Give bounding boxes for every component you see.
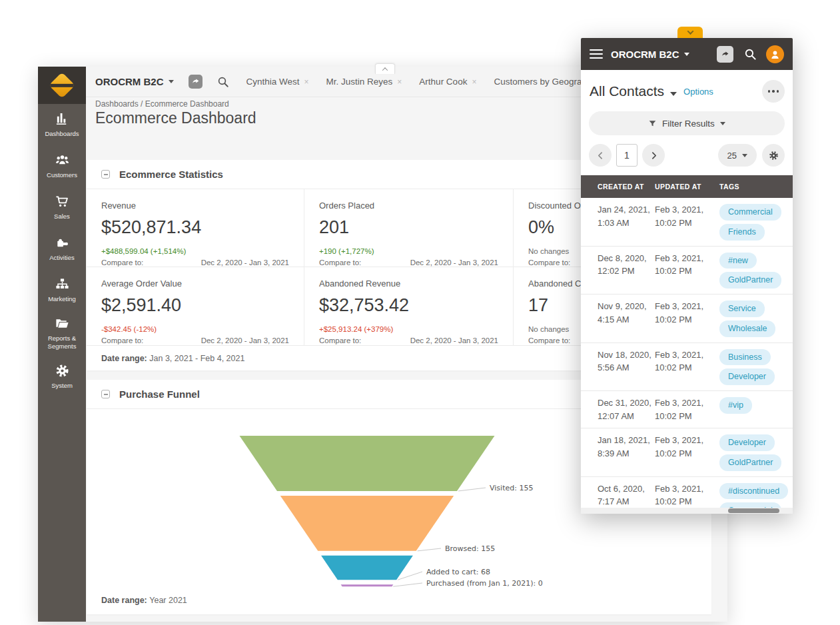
oro-logo-icon bbox=[49, 72, 75, 99]
column-header-updated-at[interactable]: UPDATED AT bbox=[655, 183, 719, 191]
tag-pill[interactable]: #discontinued bbox=[719, 483, 788, 500]
close-icon[interactable]: × bbox=[472, 77, 476, 87]
funnel-segment-1[interactable] bbox=[280, 496, 454, 551]
updated-at-cell: Feb 3, 2021, 10:02 PM bbox=[655, 434, 719, 471]
filter-results-dropdown[interactable]: Filter Results bbox=[589, 111, 785, 135]
chevron-down-icon bbox=[670, 92, 677, 96]
tag-pill[interactable]: Commercial bbox=[719, 204, 781, 221]
sidebar-item-marketing[interactable]: Marketing bbox=[38, 269, 86, 311]
date-range-label: Date range: bbox=[101, 596, 149, 605]
org-switcher-dropdown[interactable]: OROCRM B2C bbox=[95, 76, 174, 87]
tag-pill[interactable]: #vip bbox=[719, 397, 752, 414]
column-header-tags[interactable]: TAGS bbox=[719, 183, 793, 191]
sidebar-item-activities[interactable]: Activities bbox=[38, 228, 86, 269]
chevron-left-icon bbox=[596, 151, 605, 160]
bar-chart-icon bbox=[55, 111, 70, 127]
chevron-right-icon bbox=[649, 151, 658, 160]
stat-cell-abandoned-revenue: Abandoned Revenue$32,753.42+$25,913.24 (… bbox=[304, 267, 514, 345]
grid-settings-button[interactable] bbox=[762, 144, 785, 167]
org-switcher-label: OROCRM B2C bbox=[611, 49, 679, 60]
tag-pill[interactable]: GoldPartner bbox=[719, 272, 781, 289]
table-row[interactable]: Nov 18, 2020, 5:56 AMFeb 3, 2021, 10:02 … bbox=[581, 343, 793, 392]
share-button[interactable] bbox=[717, 46, 733, 63]
created-at-cell: Dec 31, 2020, 12:07 AM bbox=[598, 396, 655, 422]
stat-cell-average-order-value: Average Order Value$2,591.40-$342.45 (-1… bbox=[87, 267, 304, 345]
user-avatar[interactable] bbox=[766, 45, 784, 63]
next-page-button[interactable] bbox=[642, 144, 665, 167]
gear-icon bbox=[768, 150, 779, 161]
compare-label: Compare to: bbox=[528, 336, 570, 344]
page-number-input[interactable]: 1 bbox=[616, 144, 637, 167]
table-row[interactable]: Jan 24, 2021, 1:03 AMFeb 3, 2021, 10:02 … bbox=[581, 198, 793, 247]
pinbar-collapse-tab[interactable] bbox=[375, 63, 395, 74]
sidebar-item-dashboards[interactable]: Dashboards bbox=[38, 104, 86, 145]
tags-cell: BusinessDeveloper bbox=[719, 348, 793, 386]
search-icon bbox=[217, 76, 229, 88]
search-button[interactable] bbox=[744, 48, 757, 61]
compare-period: Dec 2, 2020 - Jan 3, 2021 bbox=[201, 259, 289, 267]
tag-pill[interactable]: Developer bbox=[719, 434, 775, 451]
table-row[interactable]: Dec 8, 2020, 12:02 PMFeb 3, 2021, 10:02 … bbox=[581, 247, 793, 295]
compare-label: Compare to: bbox=[528, 259, 570, 267]
tag-pill[interactable]: Friends bbox=[719, 224, 765, 241]
sidebar-item-customers[interactable]: Customers bbox=[38, 145, 86, 187]
created-at-cell: Nov 9, 2020, 4:15 AM bbox=[598, 300, 655, 337]
options-link[interactable]: Options bbox=[683, 87, 713, 97]
pinbar-tab[interactable]: Mr. Justin Reyes× bbox=[326, 77, 402, 87]
share-button[interactable] bbox=[189, 75, 203, 89]
prev-page-button[interactable] bbox=[589, 144, 612, 167]
tag-pill[interactable]: Developer bbox=[719, 368, 775, 385]
app-logo[interactable] bbox=[38, 67, 86, 104]
sidebar-item-system[interactable]: System bbox=[38, 356, 86, 397]
horizontal-scrollbar-thumb[interactable] bbox=[728, 508, 779, 513]
funnel-segment-2[interactable] bbox=[321, 556, 413, 580]
menu-button[interactable] bbox=[590, 49, 603, 59]
sidebar-item-sales[interactable]: Sales bbox=[38, 187, 86, 228]
created-at-cell: Nov 18, 2020, 5:56 AM bbox=[598, 348, 655, 386]
tag-pill[interactable]: GoldPartner bbox=[719, 454, 781, 471]
column-header-created-at[interactable]: CREATED AT bbox=[598, 183, 655, 191]
compare-label: Compare to: bbox=[319, 259, 361, 267]
created-at-cell: Jan 24, 2021, 1:03 AM bbox=[598, 203, 655, 241]
table-row[interactable]: Jan 18, 2021, 8:39 AMFeb 3, 2021, 10:02 … bbox=[581, 428, 793, 477]
funnel-label: Purchased (from Jan 1, 2021): 0 bbox=[426, 579, 543, 588]
tags-cell: CommercialFriends bbox=[719, 203, 793, 241]
funnel-segment-3[interactable] bbox=[341, 584, 394, 586]
chevron-down-icon bbox=[687, 28, 693, 35]
close-icon[interactable]: × bbox=[304, 77, 309, 87]
sidebar-item-reports-segments[interactable]: Reports & Segments bbox=[38, 311, 86, 356]
org-switcher-dropdown[interactable]: OROCRM B2C bbox=[611, 49, 689, 60]
tag-pill[interactable]: #new bbox=[719, 253, 757, 269]
tag-pill[interactable]: Wholesale bbox=[719, 320, 775, 337]
grid-view-dropdown[interactable]: All Contacts bbox=[590, 83, 677, 99]
close-icon[interactable]: × bbox=[397, 77, 402, 87]
updated-at-cell: Feb 3, 2021, 10:02 PM bbox=[655, 300, 719, 337]
stat-label: Abandoned Revenue bbox=[319, 279, 498, 289]
funnel-segment-0[interactable] bbox=[240, 436, 495, 491]
collapse-icon[interactable] bbox=[101, 390, 110, 398]
per-page-dropdown[interactable]: 25 bbox=[718, 144, 757, 167]
org-switcher-label: OROCRM B2C bbox=[95, 76, 164, 87]
more-actions-button[interactable] bbox=[762, 80, 785, 103]
stat-value: 201 bbox=[319, 217, 498, 238]
pinbar-tab[interactable]: Arthur Cook× bbox=[419, 77, 476, 87]
table-row[interactable]: Dec 31, 2020, 12:07 AMFeb 3, 2021, 10:02… bbox=[581, 391, 793, 428]
chevron-up-icon bbox=[382, 67, 388, 73]
compare-period: Dec 2, 2020 - Jan 3, 2021 bbox=[410, 336, 498, 344]
puzzle-icon bbox=[55, 235, 70, 251]
tag-pill[interactable]: Service bbox=[719, 301, 765, 317]
funnel-widget-title: Purchase Funnel bbox=[119, 388, 200, 400]
table-row[interactable]: Nov 9, 2020, 4:15 AMFeb 3, 2021, 10:02 P… bbox=[581, 295, 793, 343]
user-icon bbox=[769, 49, 781, 60]
funnel-icon bbox=[648, 119, 657, 128]
collapse-icon[interactable] bbox=[101, 170, 110, 179]
people-icon bbox=[55, 153, 70, 168]
tags-cell: #vip bbox=[719, 396, 793, 422]
tag-pill[interactable]: Business bbox=[719, 349, 771, 366]
sidebar-item-label: Marketing bbox=[48, 295, 76, 303]
search-icon bbox=[744, 48, 757, 61]
search-button[interactable] bbox=[217, 76, 229, 88]
filter-results-label: Filter Results bbox=[662, 119, 715, 129]
pinbar-tab[interactable]: Cynthia West× bbox=[246, 77, 309, 87]
panel-expand-tab[interactable] bbox=[677, 27, 703, 38]
